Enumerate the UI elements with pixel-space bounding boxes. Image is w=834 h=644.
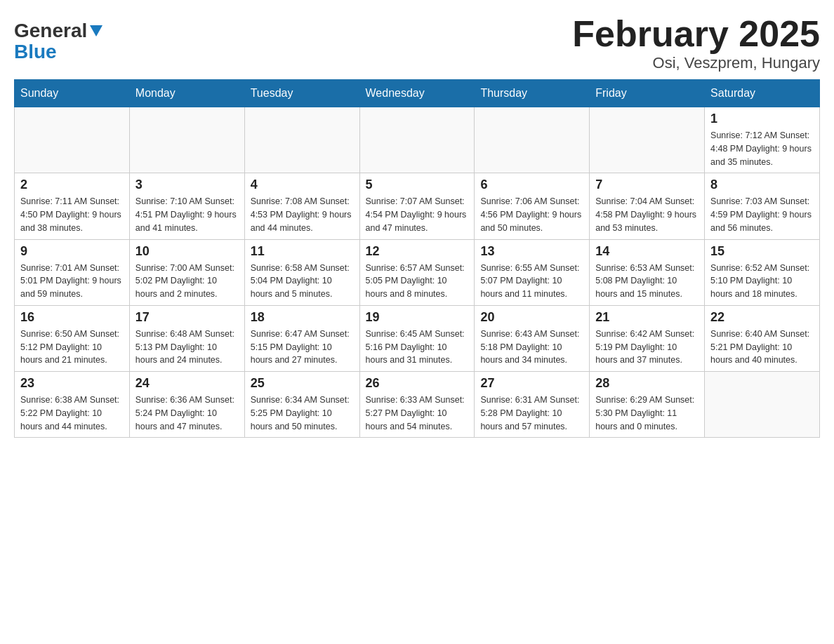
calendar-cell: 10Sunrise: 7:00 AM Sunset: 5:02 PM Dayli… (129, 239, 244, 305)
day-number: 6 (480, 177, 583, 192)
weekday-header-wednesday: Wednesday (359, 80, 475, 107)
day-info: Sunrise: 6:47 AM Sunset: 5:15 PM Dayligh… (251, 328, 354, 367)
weekday-header-friday: Friday (590, 80, 705, 107)
calendar-cell: 17Sunrise: 6:48 AM Sunset: 5:13 PM Dayli… (129, 305, 244, 371)
svg-marker-0 (90, 25, 102, 36)
month-title: February 2025 (572, 14, 820, 54)
day-info: Sunrise: 6:36 AM Sunset: 5:24 PM Dayligh… (135, 394, 239, 433)
day-info: Sunrise: 6:33 AM Sunset: 5:27 PM Dayligh… (366, 394, 469, 433)
day-info: Sunrise: 7:03 AM Sunset: 4:59 PM Dayligh… (710, 195, 814, 234)
calendar-cell: 27Sunrise: 6:31 AM Sunset: 5:28 PM Dayli… (475, 372, 590, 438)
calendar-week-row: 1Sunrise: 7:12 AM Sunset: 4:48 PM Daylig… (15, 107, 820, 173)
day-number: 7 (595, 177, 699, 192)
day-number: 5 (366, 177, 469, 192)
calendar-cell (590, 107, 705, 173)
weekday-header-saturday: Saturday (705, 80, 820, 107)
location-text: Osi, Veszprem, Hungary (572, 54, 820, 72)
weekday-header-tuesday: Tuesday (244, 80, 359, 107)
day-number: 25 (251, 376, 354, 391)
day-info: Sunrise: 7:06 AM Sunset: 4:56 PM Dayligh… (480, 195, 583, 234)
logo-blue-text: Blue (14, 41, 57, 63)
calendar-cell: 25Sunrise: 6:34 AM Sunset: 5:25 PM Dayli… (244, 372, 359, 438)
day-number: 11 (251, 244, 354, 259)
calendar-cell: 12Sunrise: 6:57 AM Sunset: 5:05 PM Dayli… (359, 239, 475, 305)
weekday-header-thursday: Thursday (475, 80, 590, 107)
calendar-cell: 20Sunrise: 6:43 AM Sunset: 5:18 PM Dayli… (475, 305, 590, 371)
day-number: 22 (710, 310, 814, 325)
day-info: Sunrise: 6:42 AM Sunset: 5:19 PM Dayligh… (595, 328, 699, 367)
day-number: 26 (366, 376, 469, 391)
day-number: 24 (135, 376, 239, 391)
day-info: Sunrise: 6:40 AM Sunset: 5:21 PM Dayligh… (710, 328, 814, 367)
day-number: 8 (710, 177, 814, 192)
day-info: Sunrise: 7:07 AM Sunset: 4:54 PM Dayligh… (366, 195, 469, 234)
calendar-cell (244, 107, 359, 173)
calendar-cell: 5Sunrise: 7:07 AM Sunset: 4:54 PM Daylig… (359, 173, 475, 239)
calendar-cell: 2Sunrise: 7:11 AM Sunset: 4:50 PM Daylig… (15, 173, 130, 239)
day-number: 18 (251, 310, 354, 325)
calendar-cell: 14Sunrise: 6:53 AM Sunset: 5:08 PM Dayli… (590, 239, 705, 305)
day-number: 23 (20, 376, 124, 391)
logo-triangle-icon (88, 22, 104, 38)
day-number: 15 (710, 244, 814, 259)
day-number: 27 (480, 376, 583, 391)
day-info: Sunrise: 6:45 AM Sunset: 5:16 PM Dayligh… (366, 328, 469, 367)
day-number: 21 (595, 310, 699, 325)
title-section: February 2025 Osi, Veszprem, Hungary (572, 14, 820, 72)
day-info: Sunrise: 6:48 AM Sunset: 5:13 PM Dayligh… (135, 328, 239, 367)
day-info: Sunrise: 7:08 AM Sunset: 4:53 PM Dayligh… (251, 195, 354, 234)
logo: General Blue (14, 14, 104, 63)
day-number: 13 (480, 244, 583, 259)
day-number: 19 (366, 310, 469, 325)
day-number: 14 (595, 244, 699, 259)
calendar-table: SundayMondayTuesdayWednesdayThursdayFrid… (14, 79, 820, 438)
day-info: Sunrise: 6:34 AM Sunset: 5:25 PM Dayligh… (251, 394, 354, 433)
day-number: 28 (595, 376, 699, 391)
calendar-cell: 7Sunrise: 7:04 AM Sunset: 4:58 PM Daylig… (590, 173, 705, 239)
calendar-cell: 3Sunrise: 7:10 AM Sunset: 4:51 PM Daylig… (129, 173, 244, 239)
day-number: 4 (251, 177, 354, 192)
day-info: Sunrise: 7:11 AM Sunset: 4:50 PM Dayligh… (20, 195, 124, 234)
calendar-week-row: 23Sunrise: 6:38 AM Sunset: 5:22 PM Dayli… (15, 372, 820, 438)
day-number: 3 (135, 177, 239, 192)
calendar-cell (129, 107, 244, 173)
calendar-cell: 6Sunrise: 7:06 AM Sunset: 4:56 PM Daylig… (475, 173, 590, 239)
day-info: Sunrise: 6:38 AM Sunset: 5:22 PM Dayligh… (20, 394, 124, 433)
calendar-cell: 26Sunrise: 6:33 AM Sunset: 5:27 PM Dayli… (359, 372, 475, 438)
day-info: Sunrise: 6:52 AM Sunset: 5:10 PM Dayligh… (710, 262, 814, 301)
calendar-cell: 21Sunrise: 6:42 AM Sunset: 5:19 PM Dayli… (590, 305, 705, 371)
calendar-cell: 24Sunrise: 6:36 AM Sunset: 5:24 PM Dayli… (129, 372, 244, 438)
day-info: Sunrise: 6:29 AM Sunset: 5:30 PM Dayligh… (595, 394, 699, 433)
calendar-week-row: 2Sunrise: 7:11 AM Sunset: 4:50 PM Daylig… (15, 173, 820, 239)
page-header: General Blue February 2025 Osi, Veszprem… (14, 14, 820, 72)
calendar-cell (475, 107, 590, 173)
calendar-cell: 23Sunrise: 6:38 AM Sunset: 5:22 PM Dayli… (15, 372, 130, 438)
logo-general-text: General (14, 21, 87, 41)
calendar-cell (15, 107, 130, 173)
day-number: 17 (135, 310, 239, 325)
day-info: Sunrise: 6:58 AM Sunset: 5:04 PM Dayligh… (251, 262, 354, 301)
weekday-header-monday: Monday (129, 80, 244, 107)
calendar-cell: 28Sunrise: 6:29 AM Sunset: 5:30 PM Dayli… (590, 372, 705, 438)
day-info: Sunrise: 6:57 AM Sunset: 5:05 PM Dayligh… (366, 262, 469, 301)
day-number: 1 (710, 112, 814, 126)
calendar-cell: 8Sunrise: 7:03 AM Sunset: 4:59 PM Daylig… (705, 173, 820, 239)
calendar-cell: 22Sunrise: 6:40 AM Sunset: 5:21 PM Dayli… (705, 305, 820, 371)
calendar-cell: 1Sunrise: 7:12 AM Sunset: 4:48 PM Daylig… (705, 107, 820, 173)
day-info: Sunrise: 6:53 AM Sunset: 5:08 PM Dayligh… (595, 262, 699, 301)
calendar-cell: 4Sunrise: 7:08 AM Sunset: 4:53 PM Daylig… (244, 173, 359, 239)
day-info: Sunrise: 6:55 AM Sunset: 5:07 PM Dayligh… (480, 262, 583, 301)
calendar-cell: 9Sunrise: 7:01 AM Sunset: 5:01 PM Daylig… (15, 239, 130, 305)
day-info: Sunrise: 7:00 AM Sunset: 5:02 PM Dayligh… (135, 262, 239, 301)
day-info: Sunrise: 7:01 AM Sunset: 5:01 PM Dayligh… (20, 262, 124, 301)
calendar-week-row: 9Sunrise: 7:01 AM Sunset: 5:01 PM Daylig… (15, 239, 820, 305)
weekday-header-sunday: Sunday (15, 80, 130, 107)
day-info: Sunrise: 6:50 AM Sunset: 5:12 PM Dayligh… (20, 328, 124, 367)
calendar-cell: 11Sunrise: 6:58 AM Sunset: 5:04 PM Dayli… (244, 239, 359, 305)
day-info: Sunrise: 6:43 AM Sunset: 5:18 PM Dayligh… (480, 328, 583, 367)
day-info: Sunrise: 6:31 AM Sunset: 5:28 PM Dayligh… (480, 394, 583, 433)
day-info: Sunrise: 7:10 AM Sunset: 4:51 PM Dayligh… (135, 195, 239, 234)
day-info: Sunrise: 7:12 AM Sunset: 4:48 PM Dayligh… (710, 129, 814, 168)
day-number: 16 (20, 310, 124, 325)
day-number: 20 (480, 310, 583, 325)
